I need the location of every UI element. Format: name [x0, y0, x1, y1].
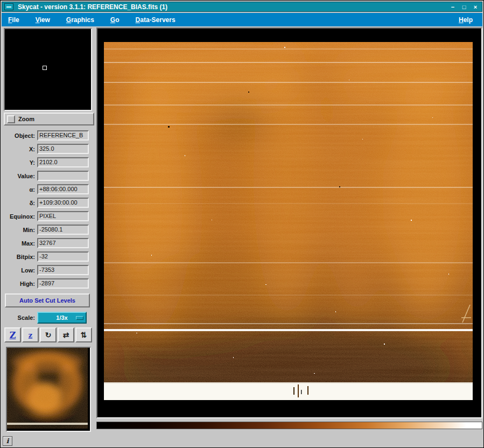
image-toolbar: Z z ↻ ⇄ ⇅: [4, 327, 95, 342]
menu-graphics[interactable]: Graphics: [66, 16, 94, 24]
overscan-strip: [104, 382, 473, 400]
close-icon[interactable]: ×: [471, 3, 480, 11]
ra-label: α:: [2, 186, 37, 193]
pan-thumbnail: [7, 348, 88, 429]
skycat-window: Skycat - version 3.1.1: REFERENCE_BIAS.f…: [0, 0, 484, 448]
x-label: X:: [2, 146, 37, 152]
dec-field: +109:30:00.00: [37, 198, 89, 208]
rotate-button[interactable]: ↻: [40, 327, 57, 342]
max-field: 32767: [37, 238, 89, 248]
equinox-label: Equinox:: [2, 213, 37, 220]
field-row-object: Object: REFERENCE_B: [2, 129, 95, 142]
menu-file[interactable]: File: [8, 16, 19, 24]
auto-set-cut-levels-button[interactable]: Auto Set Cut Levels: [5, 293, 90, 307]
flip-x-button[interactable]: ⇄: [58, 327, 74, 342]
colormap-bar[interactable]: [96, 422, 482, 429]
high-cut-field[interactable]: -2897: [37, 278, 89, 289]
bitpix-field: -32: [37, 251, 89, 262]
menu-view[interactable]: View: [36, 16, 50, 24]
field-row-dec: δ: +109:30:00.00: [2, 196, 95, 209]
scale-value: 1/3x: [56, 314, 67, 321]
zoom-checkbox-label: Zoom: [18, 116, 34, 122]
zoom-checkbox[interactable]: [7, 115, 15, 123]
zoom-preview: [4, 28, 92, 111]
field-row-min: Min: -25080.1: [2, 223, 95, 236]
equinox-field[interactable]: PIXEL: [37, 211, 89, 221]
low-cut-field[interactable]: -7353: [37, 265, 89, 275]
rotate-icon: ↻: [45, 331, 52, 339]
zoom-in-button[interactable]: Z: [4, 327, 21, 342]
field-row-high: High: -2897: [2, 277, 95, 290]
info-button[interactable]: i: [3, 436, 12, 446]
field-row-max: Max: 32767: [2, 236, 95, 250]
window-title: Skycat - version 3.1.1: REFERENCE_BIAS.f…: [18, 3, 446, 11]
zoom-marker: [43, 66, 47, 70]
titlebar: Skycat - version 3.1.1: REFERENCE_BIAS.f…: [2, 2, 482, 12]
field-row-y: Y: 2102.0: [2, 156, 95, 169]
scale-dropdown[interactable]: 1/3x: [37, 312, 87, 324]
field-row-low: Low: -7353: [2, 263, 95, 277]
menu-go[interactable]: Go: [110, 16, 120, 24]
max-label: Max:: [2, 240, 37, 247]
menu-data-servers[interactable]: Data-Servers: [136, 16, 176, 24]
y-label: Y:: [2, 159, 37, 166]
window-menu-icon[interactable]: [4, 3, 13, 10]
flip-vertical-icon: ⇅: [81, 331, 87, 339]
dec-label: δ:: [2, 200, 37, 206]
menu-help[interactable]: Help: [459, 16, 473, 24]
value-label: Value:: [2, 173, 37, 179]
flip-horizontal-icon: ⇄: [63, 331, 69, 339]
field-row-x: X: 325.0: [2, 142, 95, 156]
zoom-in-icon: Z: [10, 330, 16, 340]
pan-window[interactable]: [6, 347, 91, 432]
dropdown-indicator-icon: [76, 316, 83, 320]
field-row-equinox: Equinox: PIXEL: [2, 209, 95, 223]
minimize-icon[interactable]: −: [448, 3, 457, 11]
info-fields: Object: REFERENCE_B X: 325.0 Y: 2102.0 V…: [2, 129, 95, 290]
statusbar: i: [2, 436, 482, 446]
zoom-toggle-row: Zoom: [4, 113, 94, 125]
flip-y-button[interactable]: ⇅: [75, 327, 92, 342]
low-label: Low:: [2, 267, 37, 274]
y-field: 2102.0: [37, 157, 89, 167]
fits-image[interactable]: [104, 42, 473, 400]
zoom-out-icon: z: [29, 331, 32, 339]
field-row-ra: α: +88:06:00.000: [2, 183, 95, 196]
object-label: Object:: [2, 132, 37, 139]
menubar: File View Graphics Go Data-Servers Help: [2, 13, 482, 26]
maximize-icon[interactable]: □: [460, 3, 468, 11]
control-panel: Zoom Object: REFERENCE_B X: 325.0 Y: 210…: [2, 27, 95, 432]
scale-label: Scale:: [2, 314, 37, 321]
ra-field: +88:06:00.000: [37, 184, 89, 194]
scale-row: Scale: 1/3x: [2, 310, 95, 326]
field-row-value: Value:: [2, 169, 95, 183]
high-label: High:: [2, 281, 37, 287]
zoom-out-button[interactable]: z: [22, 327, 39, 342]
field-row-bitpix: Bitpix: -32: [2, 250, 95, 263]
bitpix-label: Bitpix:: [2, 254, 37, 260]
min-label: Min:: [2, 227, 37, 233]
image-area: [96, 27, 482, 432]
min-field: -25080.1: [37, 225, 89, 235]
image-canvas[interactable]: [96, 27, 482, 418]
value-field: [37, 171, 89, 181]
x-field: 325.0: [37, 144, 89, 154]
object-field[interactable]: REFERENCE_B: [37, 130, 89, 141]
